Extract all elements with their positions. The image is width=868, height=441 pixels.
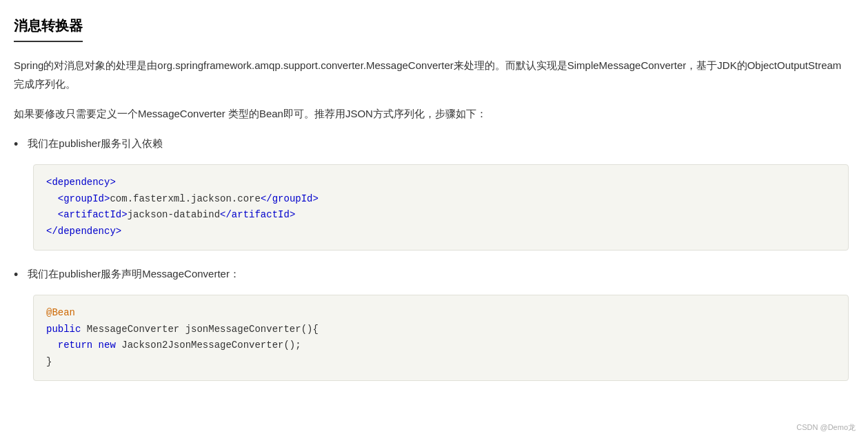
- bullet-dot-2: •: [14, 265, 18, 285]
- xml-groupid-value: com.fasterxml.jackson.core: [110, 193, 260, 204]
- code-block-xml: <dependency> <groupId>com.fasterxml.jack…: [33, 164, 849, 251]
- java-method-signature: MessageConverter jsonMessageConverter(){: [81, 324, 318, 335]
- bullet-dot: •: [14, 135, 18, 155]
- java-annotation: @Bean: [46, 307, 75, 318]
- page-title: 消息转换器: [14, 17, 83, 42]
- bullet-text-2: 我们在publisher服务声明MessageConverter：: [28, 264, 240, 283]
- list-item: • 我们在publisher服务声明MessageConverter：: [14, 264, 849, 285]
- paragraph-1: Spring的对消息对象的处理是由org.springframework.amq…: [14, 56, 849, 93]
- paragraph-2: 如果要修改只需要定义一个MessageConverter 类型的Bean即可。推…: [14, 104, 849, 123]
- bullet-text-1: 我们在publisher服务引入依赖: [28, 134, 163, 153]
- xml-tag-groupid-open: <groupId>: [58, 193, 110, 204]
- list-item: • 我们在publisher服务引入依赖: [14, 134, 849, 155]
- java-keyword-public: public: [46, 324, 81, 335]
- xml-artifactid-value: jackson-databind: [128, 209, 220, 220]
- java-keyword-return: return new: [58, 340, 116, 351]
- xml-tag-artifactid-close: </artifactId>: [220, 209, 295, 220]
- java-closing-brace: }: [46, 356, 52, 367]
- xml-tag-dependency-close: </dependency>: [46, 226, 121, 237]
- code-block-java: @Bean public MessageConverter jsonMessag…: [33, 295, 849, 381]
- xml-tag-groupid-close: </groupId>: [261, 193, 319, 204]
- xml-tag-dependency-open: <dependency>: [46, 177, 116, 188]
- java-return-value: Jackson2JsonMessageConverter();: [116, 340, 301, 351]
- watermark: CSDN @Demo龙: [796, 422, 856, 433]
- xml-tag-artifactid-open: <artifactId>: [58, 209, 128, 220]
